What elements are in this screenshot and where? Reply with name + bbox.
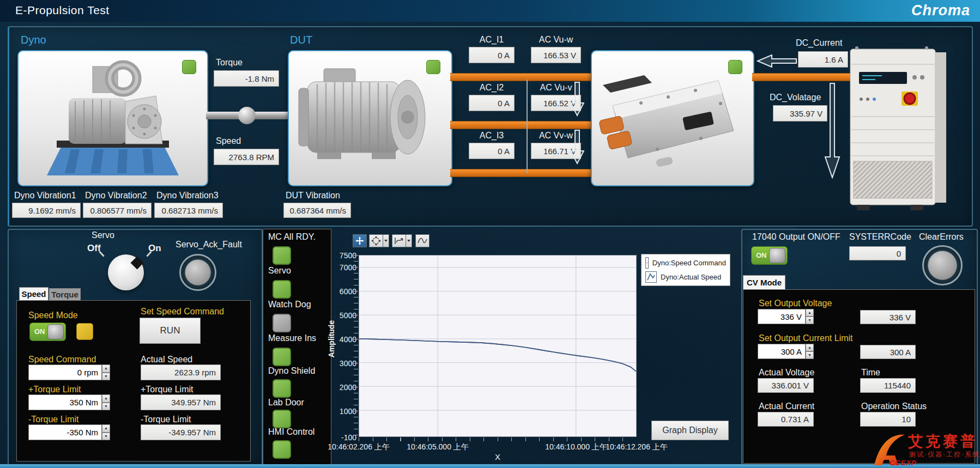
y-axis-title: Amplitude [327, 309, 336, 369]
servo-ack-fault-led-core [185, 259, 211, 285]
pan-icon [371, 236, 381, 246]
x-tick-label: 10:46:05.000 上午 [397, 442, 479, 452]
pos-torque-limit-input[interactable]: 350 Nm [28, 394, 102, 410]
page-title: E-Propulsion Test [15, 4, 110, 17]
bottom-edge-bar [0, 464, 980, 468]
pan-tool-button[interactable] [369, 234, 383, 247]
zoom-tool-button[interactable] [392, 234, 406, 247]
e-propulsion-test-app: E-Propulsion Test Chroma Dyno Torque -1.… [0, 0, 980, 468]
speed-command-input[interactable]: 0 rpm [28, 364, 102, 380]
chroma-logo: Chroma [911, 2, 970, 19]
neg-torque-actual-value: -349.957 Nm [141, 424, 221, 440]
battery-tester-rack-image [846, 46, 951, 211]
neg-torque-actual-label: -Torque Limit [141, 415, 191, 424]
inverter-image [592, 51, 751, 183]
watermark-sub-text: 测试·仪器·工控·系统 [909, 450, 980, 459]
toggle-on-text: ON [34, 327, 45, 336]
up-arrow-icon: ▲ [102, 364, 110, 373]
graph-legend: Dyno:Speed Command Dyno:Actual Speed [641, 254, 730, 286]
ac-i1-label: AC_I1 [469, 35, 515, 45]
up-arrow-icon: ▲ [806, 309, 814, 317]
down-arrow-icon: ▼ [102, 433, 110, 441]
mc-item-label: Dyno Shield [268, 366, 315, 376]
output-onoff-label: 17040 Output ON/OFF [752, 232, 840, 242]
tab-speed[interactable]: Speed [19, 287, 49, 300]
up-arrow-icon: ▲ [806, 344, 814, 351]
dc-voltage-value: 335.97 V [773, 105, 827, 121]
inverter-image-box [591, 50, 754, 186]
down-arrow-icon: ▼ [806, 351, 814, 359]
set-output-current-input[interactable]: 300 A [758, 344, 806, 359]
tab-torque[interactable]: Torque [49, 288, 81, 300]
speed-mode-indicator [76, 323, 93, 340]
neg-torque-stepper[interactable]: ▲▼ [102, 424, 110, 440]
inverter-status-indicator [728, 60, 742, 74]
legend-line-icon [645, 271, 657, 283]
watermark-latin-text: CCEXP [890, 459, 917, 467]
pos-torque-actual-value: 349.957 Nm [141, 394, 221, 410]
actual-speed-value: 2623.9 rpm [141, 364, 221, 380]
legend-line-icon [645, 257, 649, 269]
ac-bus-bar [450, 73, 591, 81]
operation-status-value: 10 [860, 412, 916, 427]
actual-speed-label: Actual Speed [141, 355, 192, 364]
graph-display-button[interactable]: Graph Display [651, 421, 729, 440]
speed-mode-toggle[interactable]: ON [29, 323, 66, 341]
torque-label: Torque [216, 58, 243, 68]
servo-knob-label: Servo [92, 230, 114, 240]
set-output-current-label: Set Output Current Limit [759, 333, 853, 343]
dyno-vibration1-label: Dyno Vibration1 [14, 191, 76, 200]
lab-door-led [273, 410, 291, 428]
pos-torque-stepper[interactable]: ▲▼ [102, 394, 110, 410]
up-arrow-icon: ▲ [102, 424, 110, 433]
set-output-voltage-input[interactable]: 336 V [758, 309, 806, 324]
shaft-ball [238, 107, 256, 124]
clear-errors-button-core [928, 251, 957, 280]
legend-label: Dyno:Actual Speed [661, 273, 721, 281]
crosshair-tool-button[interactable] [353, 234, 367, 247]
set-output-voltage-label: Set Output Voltage [759, 299, 832, 308]
zoom-icon [394, 236, 404, 246]
dyno-vibration3-value: 0.682713 mm/s [154, 203, 223, 218]
speed-command-stepper[interactable]: ▲▼ [102, 364, 110, 380]
output-current-stepper[interactable]: ▲▼ [806, 344, 814, 359]
actual-current-label: Actual Current [759, 402, 814, 411]
dyno-vibration3-label: Dyno Vibration3 [156, 191, 219, 200]
output-voltage-stepper[interactable]: ▲▼ [806, 309, 814, 324]
dut-vibration-label: DUT Vibration [286, 191, 340, 200]
neg-torque-limit-input[interactable]: -350 Nm [28, 424, 102, 440]
ac-i2-value: 0 A [469, 95, 515, 111]
mc-item-label: Servo [268, 266, 291, 276]
speed-graph-canvas [359, 256, 636, 436]
watch-dog-led [273, 314, 291, 332]
ac-i3-label: AC_I3 [469, 131, 515, 141]
y-axis-minor-ticks [354, 255, 358, 437]
torque-value: -1.8 Nm [214, 70, 279, 87]
dut-image [289, 51, 449, 183]
ac-bus-bar [450, 169, 591, 177]
run-button[interactable]: RUN [140, 318, 201, 344]
dyno-status-indicator [182, 60, 196, 74]
output-voltage-display: 336 V [860, 310, 916, 324]
actual-current-value: 0.731 A [758, 412, 814, 427]
speed-graph[interactable] [359, 255, 637, 437]
dyno-vibration2-label: Dyno Vibration2 [85, 191, 147, 200]
mc-item-label: Watch Dog [268, 300, 311, 309]
speed-command-label: Speed Command [28, 355, 96, 364]
waveform-tool-button[interactable] [415, 234, 429, 247]
pan-dropdown-icon[interactable] [383, 234, 389, 247]
mc-item-label: Measure Ins [268, 333, 316, 343]
ac-bus-bar [450, 121, 591, 129]
dyno-vibration1-value: 9.1692 mm/s [12, 203, 81, 218]
down-arrow-icon [570, 130, 584, 165]
down-arrow-icon [570, 82, 584, 117]
mc-panel-title: MC All RDY. [268, 232, 316, 242]
ac-probe-line [527, 80, 528, 173]
output-onoff-toggle[interactable]: ON [751, 246, 788, 265]
mc-item-label: Lab Door [268, 398, 304, 408]
waveform-icon [418, 236, 427, 246]
zoom-dropdown-icon[interactable] [406, 234, 412, 247]
down-arrow-icon: ▼ [102, 373, 110, 381]
x-axis-minor-ticks [359, 437, 637, 441]
tab-cv-mode[interactable]: CV Mode [743, 275, 785, 289]
